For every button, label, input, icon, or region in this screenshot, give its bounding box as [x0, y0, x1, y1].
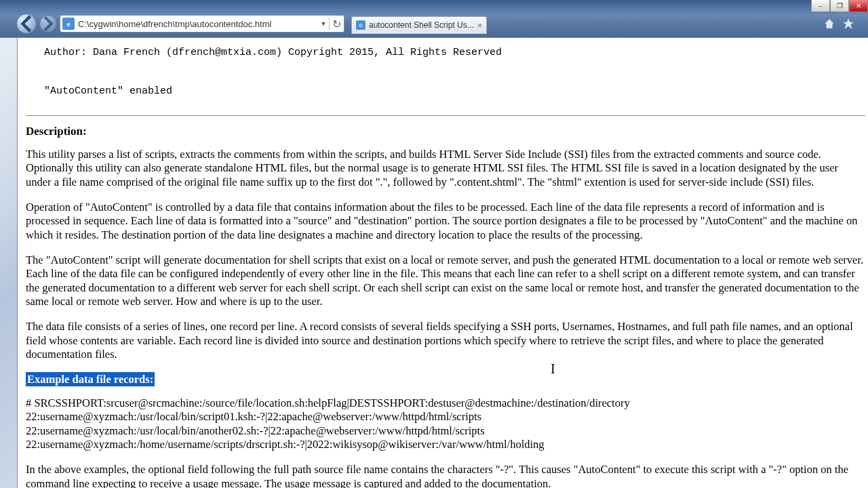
record-line: 22:username@xyzmach:/home/username/scrip… — [26, 438, 865, 452]
minimize-button[interactable]: – — [811, 0, 830, 12]
url-dropdown-icon[interactable]: ▼ — [318, 20, 329, 27]
description-p2: Operation of "AutoContent" is controlled… — [26, 201, 865, 243]
header-block: Author: Dana French (dfrench@mtxia.com) … — [26, 43, 865, 102]
nav-row: e ▼ ↻ e autocontent Shell Script Us... × — [16, 12, 854, 35]
tab-strip: e autocontent Shell Script Us... × — [351, 14, 487, 34]
maximize-button[interactable]: ❐ — [830, 0, 849, 12]
example-heading: Example data file records: — [26, 372, 155, 386]
description-heading: Description: — [26, 124, 865, 138]
url-input[interactable] — [77, 18, 318, 30]
page-viewport[interactable]: Author: Dana French (dfrench@mtxia.com) … — [0, 38, 868, 488]
toolbar-right — [823, 18, 854, 30]
home-icon[interactable] — [823, 18, 835, 30]
refresh-button[interactable]: ↻ — [329, 18, 344, 30]
description-p5: In the above examples, the optional fiel… — [26, 463, 865, 488]
browser-chrome: – ❐ ✕ e ▼ ↻ e autocontent Shell Script U… — [0, 0, 868, 38]
back-button[interactable] — [16, 14, 37, 34]
tab-autocontent[interactable]: e autocontent Shell Script Us... × — [351, 16, 487, 34]
author-line: Author: Dana French (dfrench@mtxia.com) … — [26, 47, 502, 58]
description-p4: The data file consists of a series of li… — [26, 320, 865, 362]
description-p1: This utility parses a list of scripts, e… — [26, 148, 865, 190]
forward-button[interactable] — [39, 15, 57, 33]
address-bar[interactable]: e ▼ ↻ — [60, 15, 344, 33]
window-controls: – ❐ ✕ — [811, 0, 868, 12]
tab-favicon: e — [356, 20, 366, 30]
close-button[interactable]: ✕ — [849, 0, 868, 12]
page-icon: e — [62, 18, 75, 30]
example-heading-wrap: Example data file records: — [26, 373, 865, 387]
tab-close-icon[interactable]: × — [477, 20, 483, 30]
favorites-icon[interactable] — [842, 18, 854, 30]
divider — [26, 115, 865, 116]
example-records: # SRCSSHPORT:srcuser@srcmachine:/source/… — [26, 396, 865, 453]
enabled-line: "AutoContent" enabled — [26, 85, 172, 97]
description-p3: The "AutoContent" script will generate d… — [26, 253, 865, 310]
record-line: 22:username@xyzmach:/usr/local/bin/scrip… — [26, 410, 865, 424]
record-line: 22:username@xyzmach:/usr/local/bin/anoth… — [26, 424, 865, 439]
tab-title: autocontent Shell Script Us... — [369, 20, 474, 30]
record-line: # SRCSSHPORT:srcuser@srcmachine:/source/… — [26, 396, 865, 411]
